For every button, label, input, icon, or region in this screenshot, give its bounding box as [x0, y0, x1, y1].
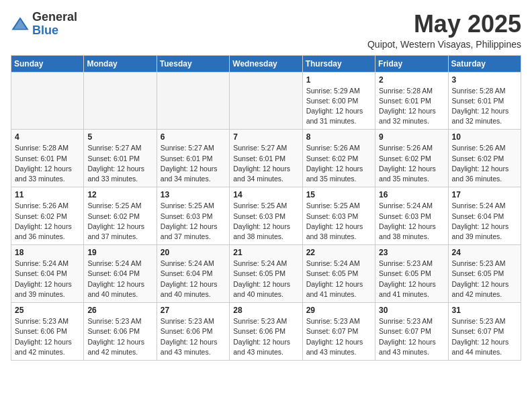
- calendar-cell: 24Sunrise: 5:23 AM Sunset: 6:05 PM Dayli…: [448, 245, 521, 303]
- calendar-cell: 25Sunrise: 5:23 AM Sunset: 6:06 PM Dayli…: [11, 303, 84, 361]
- calendar-cell: [84, 72, 157, 130]
- calendar-cell: 11Sunrise: 5:26 AM Sunset: 6:02 PM Dayli…: [11, 187, 84, 245]
- day-number: 6: [161, 132, 226, 142]
- day-info: Sunrise: 5:24 AM Sunset: 6:04 PM Dayligh…: [15, 259, 80, 300]
- weekday-header-sunday: Sunday: [11, 55, 84, 72]
- weekday-header-tuesday: Tuesday: [157, 55, 229, 72]
- day-info: Sunrise: 5:23 AM Sunset: 6:05 PM Dayligh…: [379, 259, 444, 300]
- calendar-cell: 1Sunrise: 5:29 AM Sunset: 6:00 PM Daylig…: [302, 72, 375, 130]
- page-header: General Blue May 2025 Quipot, Western Vi…: [11, 11, 521, 50]
- day-info: Sunrise: 5:26 AM Sunset: 6:02 PM Dayligh…: [306, 143, 371, 184]
- day-number: 1: [306, 75, 371, 85]
- calendar-cell: 17Sunrise: 5:24 AM Sunset: 6:04 PM Dayli…: [448, 187, 521, 245]
- logo-general-text: General: [32, 11, 77, 24]
- calendar-cell: 2Sunrise: 5:28 AM Sunset: 6:01 PM Daylig…: [375, 72, 448, 130]
- day-info: Sunrise: 5:23 AM Sunset: 6:06 PM Dayligh…: [15, 316, 80, 357]
- calendar-cell: 23Sunrise: 5:23 AM Sunset: 6:05 PM Dayli…: [375, 245, 448, 303]
- day-number: 13: [161, 190, 226, 199]
- calendar-cell: 10Sunrise: 5:26 AM Sunset: 6:02 PM Dayli…: [448, 130, 521, 187]
- day-number: 23: [379, 248, 444, 257]
- calendar-cell: [11, 72, 84, 130]
- calendar-cell: 26Sunrise: 5:23 AM Sunset: 6:06 PM Dayli…: [84, 303, 157, 361]
- day-number: 14: [233, 190, 298, 199]
- calendar-cell: 7Sunrise: 5:27 AM Sunset: 6:01 PM Daylig…: [230, 130, 302, 187]
- day-info: Sunrise: 5:28 AM Sunset: 6:01 PM Dayligh…: [452, 86, 517, 127]
- day-number: 19: [87, 248, 152, 257]
- logo: General Blue: [11, 11, 77, 38]
- calendar-cell: [157, 72, 229, 130]
- day-info: Sunrise: 5:24 AM Sunset: 6:04 PM Dayligh…: [87, 259, 152, 300]
- calendar-week-row: 25Sunrise: 5:23 AM Sunset: 6:06 PM Dayli…: [11, 303, 521, 361]
- day-info: Sunrise: 5:24 AM Sunset: 6:05 PM Dayligh…: [306, 259, 371, 300]
- day-number: 15: [306, 190, 371, 199]
- day-number: 3: [452, 75, 517, 85]
- weekday-header-friday: Friday: [375, 55, 448, 72]
- day-info: Sunrise: 5:23 AM Sunset: 6:07 PM Dayligh…: [306, 316, 371, 357]
- calendar-cell: 4Sunrise: 5:28 AM Sunset: 6:01 PM Daylig…: [11, 130, 84, 187]
- day-info: Sunrise: 5:27 AM Sunset: 6:01 PM Dayligh…: [87, 143, 152, 184]
- day-info: Sunrise: 5:29 AM Sunset: 6:00 PM Dayligh…: [306, 86, 371, 127]
- calendar-cell: 5Sunrise: 5:27 AM Sunset: 6:01 PM Daylig…: [84, 130, 157, 187]
- calendar-cell: 21Sunrise: 5:24 AM Sunset: 6:05 PM Dayli…: [230, 245, 302, 303]
- day-info: Sunrise: 5:24 AM Sunset: 6:04 PM Dayligh…: [161, 259, 226, 300]
- calendar-cell: 18Sunrise: 5:24 AM Sunset: 6:04 PM Dayli…: [11, 245, 84, 303]
- title-block: May 2025 Quipot, Western Visayas, Philip…: [367, 11, 521, 50]
- calendar-week-row: 11Sunrise: 5:26 AM Sunset: 6:02 PM Dayli…: [11, 187, 521, 245]
- weekday-header-wednesday: Wednesday: [230, 55, 302, 72]
- calendar-cell: 29Sunrise: 5:23 AM Sunset: 6:07 PM Dayli…: [302, 303, 375, 361]
- day-number: 2: [379, 75, 444, 85]
- calendar-cell: 30Sunrise: 5:23 AM Sunset: 6:07 PM Dayli…: [375, 303, 448, 361]
- day-info: Sunrise: 5:23 AM Sunset: 6:07 PM Dayligh…: [452, 316, 517, 357]
- day-info: Sunrise: 5:28 AM Sunset: 6:01 PM Dayligh…: [379, 86, 444, 127]
- day-number: 24: [452, 248, 517, 257]
- day-number: 22: [306, 248, 371, 257]
- day-info: Sunrise: 5:28 AM Sunset: 6:01 PM Dayligh…: [15, 143, 80, 184]
- calendar-cell: 28Sunrise: 5:23 AM Sunset: 6:06 PM Dayli…: [230, 303, 302, 361]
- day-number: 9: [379, 132, 444, 142]
- day-info: Sunrise: 5:27 AM Sunset: 6:01 PM Dayligh…: [161, 143, 226, 184]
- day-number: 4: [15, 132, 80, 142]
- logo-icon: [11, 15, 30, 34]
- day-number: 5: [87, 132, 152, 142]
- day-number: 20: [161, 248, 226, 257]
- day-info: Sunrise: 5:23 AM Sunset: 6:06 PM Dayligh…: [87, 316, 152, 357]
- calendar-cell: 19Sunrise: 5:24 AM Sunset: 6:04 PM Dayli…: [84, 245, 157, 303]
- day-number: 21: [233, 248, 298, 257]
- day-info: Sunrise: 5:23 AM Sunset: 6:06 PM Dayligh…: [161, 316, 226, 357]
- day-info: Sunrise: 5:26 AM Sunset: 6:02 PM Dayligh…: [452, 143, 517, 184]
- calendar-cell: 13Sunrise: 5:25 AM Sunset: 6:03 PM Dayli…: [157, 187, 229, 245]
- weekday-header-saturday: Saturday: [448, 55, 521, 72]
- day-number: 8: [306, 132, 371, 142]
- day-info: Sunrise: 5:23 AM Sunset: 6:05 PM Dayligh…: [452, 259, 517, 300]
- day-info: Sunrise: 5:24 AM Sunset: 6:04 PM Dayligh…: [452, 201, 517, 242]
- day-number: 7: [233, 132, 298, 142]
- day-number: 11: [15, 190, 80, 199]
- calendar-table: SundayMondayTuesdayWednesdayThursdayFrid…: [11, 55, 521, 361]
- calendar-cell: 20Sunrise: 5:24 AM Sunset: 6:04 PM Dayli…: [157, 245, 229, 303]
- calendar-cell: 16Sunrise: 5:24 AM Sunset: 6:03 PM Dayli…: [375, 187, 448, 245]
- calendar-cell: 9Sunrise: 5:26 AM Sunset: 6:02 PM Daylig…: [375, 130, 448, 187]
- calendar-week-row: 1Sunrise: 5:29 AM Sunset: 6:00 PM Daylig…: [11, 72, 521, 130]
- day-number: 17: [452, 190, 517, 199]
- day-info: Sunrise: 5:23 AM Sunset: 6:06 PM Dayligh…: [233, 316, 298, 357]
- logo-blue-text: Blue: [32, 24, 77, 38]
- location: Quipot, Western Visayas, Philippines: [367, 39, 521, 50]
- calendar-cell: 22Sunrise: 5:24 AM Sunset: 6:05 PM Dayli…: [302, 245, 375, 303]
- calendar-cell: 14Sunrise: 5:25 AM Sunset: 6:03 PM Dayli…: [230, 187, 302, 245]
- calendar-cell: 3Sunrise: 5:28 AM Sunset: 6:01 PM Daylig…: [448, 72, 521, 130]
- day-info: Sunrise: 5:26 AM Sunset: 6:02 PM Dayligh…: [379, 143, 444, 184]
- calendar-cell: 12Sunrise: 5:25 AM Sunset: 6:02 PM Dayli…: [84, 187, 157, 245]
- calendar-cell: 15Sunrise: 5:25 AM Sunset: 6:03 PM Dayli…: [302, 187, 375, 245]
- calendar-cell: 6Sunrise: 5:27 AM Sunset: 6:01 PM Daylig…: [157, 130, 229, 187]
- day-info: Sunrise: 5:25 AM Sunset: 6:03 PM Dayligh…: [161, 201, 226, 242]
- calendar-cell: [230, 72, 302, 130]
- calendar-cell: 31Sunrise: 5:23 AM Sunset: 6:07 PM Dayli…: [448, 303, 521, 361]
- month-title: May 2025: [367, 11, 521, 38]
- day-number: 12: [87, 190, 152, 199]
- day-number: 25: [15, 306, 80, 315]
- day-number: 29: [306, 306, 371, 315]
- day-info: Sunrise: 5:24 AM Sunset: 6:03 PM Dayligh…: [379, 201, 444, 242]
- calendar-week-row: 18Sunrise: 5:24 AM Sunset: 6:04 PM Dayli…: [11, 245, 521, 303]
- day-info: Sunrise: 5:24 AM Sunset: 6:05 PM Dayligh…: [233, 259, 298, 300]
- day-info: Sunrise: 5:23 AM Sunset: 6:07 PM Dayligh…: [379, 316, 444, 357]
